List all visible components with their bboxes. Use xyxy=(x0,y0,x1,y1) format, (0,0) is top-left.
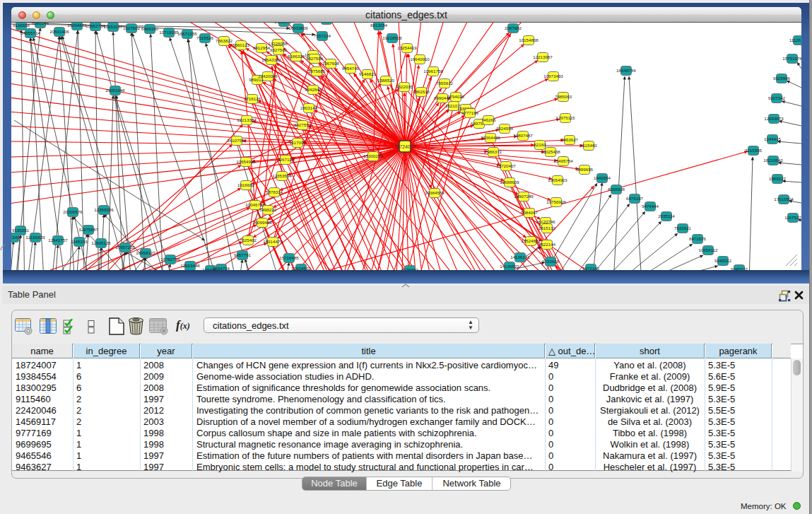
svg-text:1615132: 1615132 xyxy=(539,226,556,230)
svg-text:3215955: 3215955 xyxy=(745,148,763,153)
svg-text:10973493: 10973493 xyxy=(543,74,563,78)
svg-text:14136141: 14136141 xyxy=(510,255,530,259)
svg-text:22420046: 22420046 xyxy=(258,74,278,78)
svg-text:9245032: 9245032 xyxy=(731,267,748,270)
svg-text:16648784: 16648784 xyxy=(616,68,636,73)
svg-text:8129462: 8129462 xyxy=(401,267,419,270)
svg-text:16033809: 16033809 xyxy=(288,25,308,30)
svg-text:1145193: 1145193 xyxy=(71,239,88,244)
svg-text:16107554: 16107554 xyxy=(227,138,247,143)
svg-text:15751074: 15751074 xyxy=(782,56,801,61)
svg-text:12156829: 12156829 xyxy=(25,235,45,240)
svg-text:10719185: 10719185 xyxy=(159,30,179,35)
svg-text:2935114: 2935114 xyxy=(658,214,675,218)
svg-text:10654112: 10654112 xyxy=(698,247,718,252)
svg-text:32975887: 32975887 xyxy=(78,227,98,232)
svg-text:10654925: 10654925 xyxy=(236,159,256,164)
svg-text:10046788: 10046788 xyxy=(245,202,265,207)
svg-text:7515526: 7515526 xyxy=(196,35,214,40)
svg-text:2087682: 2087682 xyxy=(505,25,522,30)
svg-text:3913407: 3913407 xyxy=(11,235,23,240)
svg-text:15720407: 15720407 xyxy=(496,163,516,168)
svg-text:15716485: 15716485 xyxy=(279,255,299,260)
svg-text:1916682: 1916682 xyxy=(237,182,255,187)
svg-text:12975115: 12975115 xyxy=(555,115,575,120)
svg-text:1527602: 1527602 xyxy=(123,25,141,30)
svg-text:9329966: 9329966 xyxy=(773,76,791,81)
svg-text:2803144: 2803144 xyxy=(300,105,318,110)
svg-text:1167537: 1167537 xyxy=(784,215,801,220)
svg-text:9463627: 9463627 xyxy=(561,137,579,142)
svg-text:19384554: 19384554 xyxy=(425,190,445,195)
svg-text:7485063: 7485063 xyxy=(555,94,572,99)
svg-text:2967608: 2967608 xyxy=(322,61,340,66)
svg-text:5498222: 5498222 xyxy=(259,207,277,212)
svg-text:7986372: 7986372 xyxy=(485,149,502,154)
svg-text:62160: 62160 xyxy=(534,142,546,147)
svg-text:2522144: 2522144 xyxy=(539,242,556,247)
svg-text:16640910: 16640910 xyxy=(410,57,430,62)
svg-text:12213967: 12213967 xyxy=(533,54,553,59)
svg-text:9084067: 9084067 xyxy=(521,210,539,215)
svg-text:8454749: 8454749 xyxy=(342,66,360,71)
svg-text:7632621: 7632621 xyxy=(674,226,692,230)
svg-text:9135051: 9135051 xyxy=(12,228,30,233)
svg-text:9242848: 9242848 xyxy=(305,87,322,92)
svg-text:9472185: 9472185 xyxy=(582,266,600,270)
svg-text:16869734: 16869734 xyxy=(274,23,294,24)
svg-text:9146821: 9146821 xyxy=(359,71,377,76)
svg-text:8186328: 8186328 xyxy=(288,54,305,59)
svg-text:12093873: 12093873 xyxy=(764,116,784,121)
svg-text:1569227: 1569227 xyxy=(769,176,787,181)
svg-text:7955812: 7955812 xyxy=(436,81,454,86)
svg-text:10958127: 10958127 xyxy=(136,250,155,255)
svg-text:1322035: 1322035 xyxy=(396,84,413,89)
svg-text:6479197: 6479197 xyxy=(626,196,644,201)
svg-text:10961758: 10961758 xyxy=(423,69,443,74)
svg-text:12359926: 12359926 xyxy=(94,207,114,212)
svg-text:11126137: 11126137 xyxy=(789,37,801,42)
svg-text:19218506: 19218506 xyxy=(382,35,402,40)
svg-text:18907249: 18907249 xyxy=(514,194,534,199)
svg-text:16120746: 16120746 xyxy=(536,219,555,224)
svg-text:12213383: 12213383 xyxy=(237,117,257,122)
svg-text:13254419: 13254419 xyxy=(397,45,417,50)
svg-text:8660123: 8660123 xyxy=(233,42,250,47)
svg-text:9327508: 9327508 xyxy=(306,56,324,61)
svg-text:9794028: 9794028 xyxy=(447,94,465,99)
svg-text:16671355: 16671355 xyxy=(177,31,197,36)
svg-text:10924502: 10924502 xyxy=(291,266,311,270)
svg-text:8912954: 8912954 xyxy=(253,45,271,50)
svg-text:2718126: 2718126 xyxy=(244,96,261,101)
svg-text:9327509: 9327509 xyxy=(270,47,288,52)
svg-text:10807487: 10807487 xyxy=(513,133,533,138)
svg-text:7625402: 7625402 xyxy=(240,238,257,243)
svg-text:10953754: 10953754 xyxy=(86,23,105,28)
svg-text:9227342: 9227342 xyxy=(768,95,786,100)
svg-text:14136822: 14136822 xyxy=(500,264,519,269)
svg-text:16094861: 16094861 xyxy=(67,23,87,28)
svg-text:10154808: 10154808 xyxy=(519,37,539,42)
svg-text:20691406: 20691406 xyxy=(49,29,69,34)
svg-text:1733426: 1733426 xyxy=(542,259,560,264)
svg-text:9136558: 9136558 xyxy=(13,23,30,28)
svg-text:16543362: 16543362 xyxy=(261,57,281,62)
svg-text:1588520: 1588520 xyxy=(377,78,395,83)
svg-text:16210643: 16210643 xyxy=(763,158,783,163)
svg-text:12905135: 12905135 xyxy=(91,240,111,245)
svg-text:5875685: 5875685 xyxy=(308,69,326,74)
svg-text:20206576: 20206576 xyxy=(63,209,83,214)
svg-text:14055714: 14055714 xyxy=(20,30,40,35)
svg-text:15495754: 15495754 xyxy=(553,158,573,163)
svg-text:9457791: 9457791 xyxy=(234,252,252,257)
svg-text:1640954: 1640954 xyxy=(594,175,611,180)
svg-text:12923448: 12923448 xyxy=(180,263,200,268)
svg-text:10653267: 10653267 xyxy=(103,24,123,29)
svg-text:1244415: 1244415 xyxy=(764,136,782,141)
svg-text:19654923: 19654923 xyxy=(548,177,567,182)
svg-text:19756928: 19756928 xyxy=(546,199,566,204)
svg-text:1362615: 1362615 xyxy=(413,89,430,94)
svg-text:3267110: 3267110 xyxy=(277,157,294,162)
svg-text:9245012: 9245012 xyxy=(714,258,732,263)
svg-text:5878334: 5878334 xyxy=(266,189,283,194)
